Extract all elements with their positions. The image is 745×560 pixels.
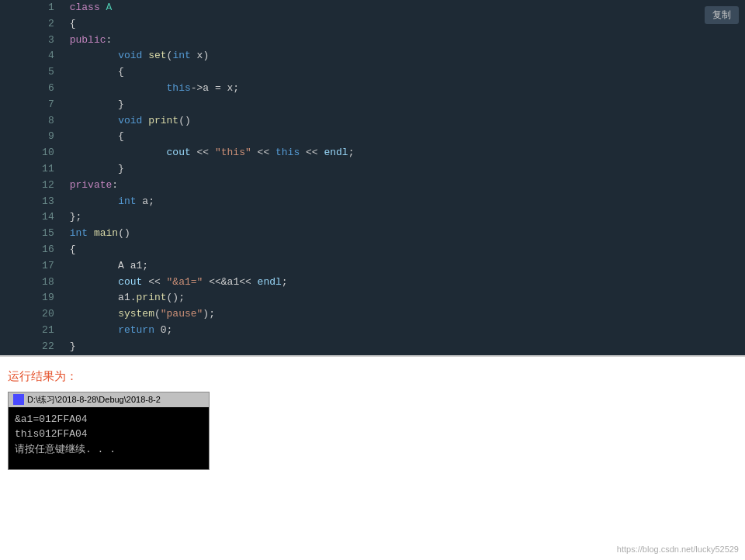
code-token: system [118,308,154,320]
line-number: 20 [0,306,64,323]
code-token [70,324,118,336]
line-number: 21 [0,323,64,339]
terminal-line: 请按任意键继续. . . [15,442,203,458]
code-token: { [70,130,124,142]
line-number: 4 [0,48,64,64]
code-token [70,308,118,320]
code-table: 1class A2{3public:4 void set(int x)5 {6 … [0,0,745,355]
table-row: 22} [0,339,745,355]
code-token: : [112,179,118,191]
code-token: "&a1=" [167,276,203,288]
run-label: 运行结果为： [8,369,737,384]
below-code-section: 运行结果为： D:\练习\2018-8-28\Debug\2018-8-2 &a… [0,357,745,478]
line-number: 5 [0,64,64,81]
code-token: : [106,34,113,46]
code-token: ); [203,308,215,320]
code-token: () [118,227,130,239]
table-row: 2{ [0,16,745,33]
code-line-content: { [64,129,745,145]
line-number: 13 [0,194,64,210]
code-token: main [94,227,118,239]
terminal-line: &a1=012FFA04 [15,412,203,427]
code-token: ; [282,276,288,288]
code-token [142,50,148,61]
code-token: A [106,2,113,13]
code-token: ->a = x; [191,82,239,94]
code-token: private [70,179,113,191]
line-number: 9 [0,129,64,145]
line-number: 15 [0,226,64,242]
copy-button[interactable]: 复制 [705,6,739,24]
terminal-title-bar: D:\练习\2018-8-28\Debug\2018-8-2 [9,392,209,407]
table-row: 4 void set(int x) [0,48,745,64]
code-token: }; [70,211,82,223]
table-row: 14}; [0,209,745,226]
line-number: 1 [0,0,64,16]
code-token: { [70,18,76,29]
code-token: { [70,66,124,78]
code-token: endl [324,147,348,158]
code-line-content: } [64,97,745,113]
code-token [88,227,94,239]
code-token: << [142,276,166,288]
terminal-icon [13,394,24,405]
table-row: 20 system("pause"); [0,306,745,323]
code-line-content: } [64,339,745,355]
code-token [142,115,148,126]
code-token: a1. [70,292,137,303]
table-row: 11 } [0,161,745,178]
table-row: 10 cout << "this" << this << endl; [0,145,745,161]
code-line-content: } [64,161,745,178]
code-line-content: { [64,242,745,258]
code-line-content: private: [64,178,745,194]
code-line-content: cout << "&a1=" <<&a1<< endl; [64,275,745,291]
line-number: 19 [0,290,64,306]
code-line-content: system("pause"); [64,306,745,323]
code-token: } [70,163,124,175]
code-block: 复制 1class A2{3public:4 void set(int x)5 … [0,0,745,357]
code-line-content: A a1; [64,258,745,275]
table-row: 16{ [0,242,745,258]
code-token: <<&a1<< [203,276,257,288]
code-token: void [118,50,142,61]
terminal-window: D:\练习\2018-8-28\Debug\2018-8-2 &a1=012FF… [8,392,210,470]
line-number: 2 [0,16,64,33]
code-token: { [70,244,76,255]
code-token: print [148,115,178,126]
code-token [70,195,118,207]
code-line-content: return 0; [64,323,745,339]
code-line-content: { [64,64,745,81]
code-token: this [167,82,191,94]
code-token: int [172,50,190,61]
code-token: } [70,99,124,110]
table-row: 15int main() [0,226,745,242]
code-token [100,2,106,13]
code-token: cout [167,147,191,158]
code-token: this [275,147,300,158]
page-wrapper: 复制 1class A2{3public:4 void set(int x)5 … [0,0,745,560]
line-number: 11 [0,161,64,178]
code-line-content: class A [64,0,745,16]
code-line-content: void print() [64,113,745,130]
code-token [70,82,167,94]
table-row: 19 a1.print(); [0,290,745,306]
code-token: int [70,227,88,239]
line-number: 7 [0,97,64,113]
code-token: A a1; [70,260,148,271]
line-number: 16 [0,242,64,258]
line-number: 17 [0,258,64,275]
table-row: 5 { [0,64,745,81]
watermark: https://blog.csdn.net/lucky52529 [617,544,739,554]
code-token: ( [154,308,161,320]
table-row: 7 } [0,97,745,113]
table-row: 9 { [0,129,745,145]
code-token: ; [348,147,355,158]
line-number: 12 [0,178,64,194]
code-line-content: int a; [64,194,745,210]
code-token: } [70,340,76,352]
code-token [70,50,118,61]
code-line-content: }; [64,209,745,226]
code-line-content: a1.print(); [64,290,745,306]
code-token: void [118,115,142,126]
line-number: 14 [0,209,64,226]
